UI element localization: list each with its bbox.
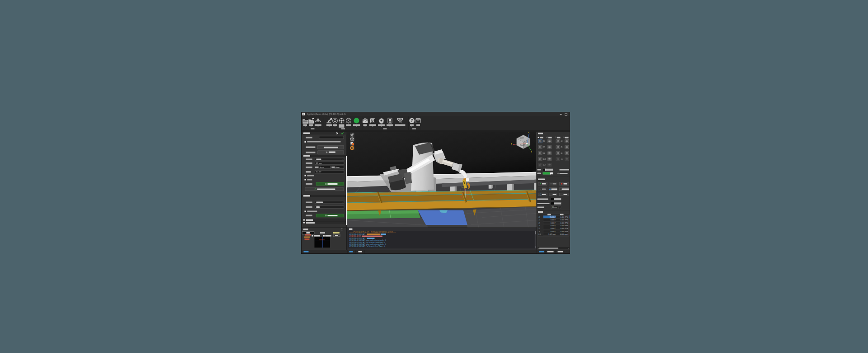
svg-text:X: X bbox=[511, 143, 512, 146]
svg-text:Y: Y bbox=[531, 151, 533, 153]
svg-text:Z: Z bbox=[528, 132, 530, 133]
svg-text:?: ? bbox=[410, 118, 413, 123]
